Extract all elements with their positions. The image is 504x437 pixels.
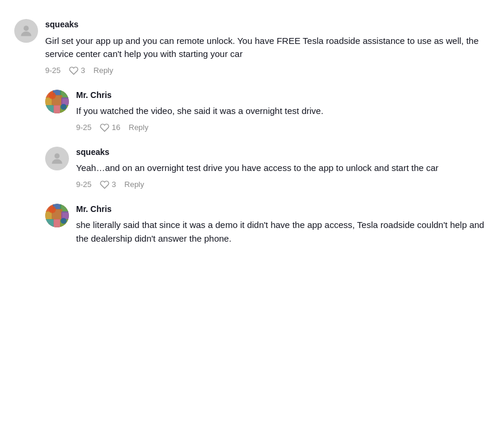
reply-button[interactable]: Reply: [129, 123, 149, 132]
comment-meta: 9-25 3 Reply: [76, 180, 490, 189]
likes-count: 3: [112, 180, 116, 189]
svg-rect-7: [61, 97, 69, 106]
comment-item: Mr. Chrisshe literally said that since i…: [45, 197, 490, 253]
comment-meta: 9-25 3 Reply: [45, 66, 490, 75]
svg-rect-9: [53, 105, 61, 113]
comment-date: 9-25: [45, 66, 61, 75]
svg-rect-19: [45, 219, 54, 227]
svg-rect-2: [45, 90, 53, 98]
svg-rect-5: [45, 97, 52, 106]
mr-chris-avatar: [45, 90, 69, 113]
heart-icon: [69, 66, 78, 75]
comment-text: Girl set your app up and you can remote …: [45, 34, 490, 61]
comment-date: 9-25: [76, 180, 92, 189]
avatar-image: [45, 204, 69, 227]
avatar-image: [45, 90, 69, 113]
comment-username: Mr. Chris: [76, 204, 490, 216]
comment-item: Mr. ChrisIf you watched the video, she s…: [45, 83, 490, 140]
comment-text: she literally said that since it was a d…: [76, 218, 490, 245]
comment-text: Yeah…and on an overnight test drive you …: [76, 162, 490, 175]
svg-rect-14: [53, 204, 61, 210]
svg-point-0: [24, 26, 29, 31]
comment-username: Mr. Chris: [76, 90, 490, 102]
svg-point-11: [55, 153, 60, 159]
user-icon: [49, 151, 65, 166]
comment-meta: 9-25 16 Reply: [76, 123, 490, 132]
svg-rect-13: [45, 204, 53, 212]
heart-icon: [100, 123, 109, 132]
likes-count: 16: [112, 123, 120, 132]
svg-rect-21: [60, 219, 69, 227]
comment-date: 9-25: [76, 123, 92, 132]
reply-button[interactable]: Reply: [124, 180, 144, 189]
avatar: [45, 147, 69, 170]
comment-content: squeaksGirl set your app up and you can …: [45, 19, 490, 75]
svg-rect-20: [53, 219, 61, 227]
comment-likes[interactable]: 3: [69, 66, 85, 75]
user-icon: [18, 23, 34, 39]
comment-content: Mr. Chrisshe literally said that since i…: [76, 204, 490, 246]
comment-thread: squeaksGirl set your app up and you can …: [14, 12, 490, 252]
mr-chris-avatar: [45, 204, 69, 227]
svg-rect-8: [45, 105, 54, 113]
svg-rect-3: [53, 90, 61, 96]
svg-rect-6: [52, 95, 62, 106]
avatar: [14, 19, 38, 43]
avatar: [45, 204, 69, 227]
svg-rect-17: [52, 209, 62, 220]
comment-likes[interactable]: 3: [100, 180, 116, 189]
comment-item: squeaksYeah…and on an overnight test dri…: [45, 140, 490, 197]
comment-username: squeaks: [76, 147, 490, 159]
comment-item: squeaksGirl set your app up and you can …: [14, 12, 490, 83]
comment-text: If you watched the video, she said it wa…: [76, 104, 490, 118]
svg-rect-16: [45, 211, 52, 220]
comment-likes[interactable]: 16: [100, 123, 120, 132]
likes-count: 3: [81, 66, 85, 75]
heart-icon: [100, 180, 109, 189]
avatar: [45, 90, 69, 113]
reply-button[interactable]: Reply: [93, 66, 113, 75]
svg-rect-10: [60, 105, 69, 113]
comment-content: squeaksYeah…and on an overnight test dri…: [76, 147, 490, 189]
comment-content: Mr. ChrisIf you watched the video, she s…: [76, 90, 490, 132]
svg-rect-18: [61, 211, 69, 220]
comment-username: squeaks: [45, 19, 490, 31]
